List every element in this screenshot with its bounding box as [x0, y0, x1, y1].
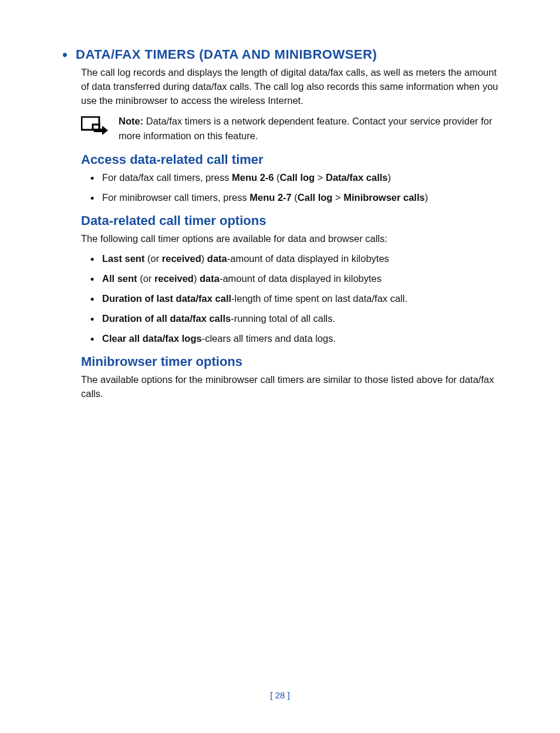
options-intro: The following call timer options are ava… [81, 232, 502, 246]
note-body: Data/fax timers is a network dependent f… [119, 116, 492, 141]
minibrowser-text: The available options for the minibrowse… [81, 373, 502, 401]
list-item: For minibrowser call timers, press Menu … [90, 191, 502, 205]
text: > [332, 192, 343, 203]
text: For data/fax call timers, press [102, 172, 232, 183]
options-list: Last sent (or received) data-amount of d… [90, 252, 502, 346]
menu-path: Minibrowser calls [343, 192, 424, 203]
access-list: For data/fax call timers, press Menu 2-6… [90, 171, 502, 205]
heading-bullet-icon: • [62, 47, 68, 62]
list-item: For data/fax call timers, press Menu 2-6… [90, 171, 502, 185]
term: data [200, 273, 220, 284]
menu-path: Call log [298, 192, 333, 203]
note-block: Note: Data/fax timers is a network depen… [81, 114, 502, 143]
text: ) [194, 273, 200, 284]
section-heading-access: Access data-related call timer [81, 152, 502, 167]
section-heading-minibrowser: Minibrowser timer options [81, 354, 502, 369]
text: -amount of data displayed in kilobytes [227, 253, 389, 264]
term: Last sent [102, 253, 144, 264]
section-heading-options: Data-related call timer options [81, 213, 502, 228]
term: received [162, 253, 201, 264]
text: (or [137, 273, 154, 284]
note-arrow-icon [81, 116, 108, 140]
menu-path: Call log [280, 172, 315, 183]
list-item: Clear all data/fax logs-clears all timer… [90, 332, 502, 346]
page-number: [ 28 ] [0, 690, 560, 700]
menu-ref: Menu 2-7 [249, 192, 292, 203]
text: -clears all timers and data logs. [202, 333, 336, 344]
text: -length of time spent on last data/fax c… [231, 293, 407, 304]
note-label: Note: [119, 116, 143, 126]
menu-ref: Menu 2-6 [232, 172, 274, 183]
heading-row: • DATA/FAX TIMERS (DATA AND MINIBROWSER) [62, 47, 502, 62]
page-heading: DATA/FAX TIMERS (DATA AND MINIBROWSER) [76, 47, 377, 62]
text: ) [425, 192, 429, 203]
menu-path: Data/fax calls [326, 172, 387, 183]
text: For minibrowser call timers, press [102, 192, 249, 203]
list-item: Duration of last data/fax call-length of… [90, 292, 502, 306]
term: All sent [102, 273, 137, 284]
term: Duration of all data/fax calls [102, 313, 231, 324]
page: • DATA/FAX TIMERS (DATA AND MINIBROWSER)… [0, 0, 560, 733]
term: received [154, 273, 194, 284]
term: data [207, 253, 227, 264]
intro-paragraph: The call log records and displays the le… [81, 66, 502, 108]
text: -amount of data displayed in kilobytes [220, 273, 382, 284]
text: > [315, 172, 326, 183]
list-item: Last sent (or received) data-amount of d… [90, 252, 502, 266]
text: ) [388, 172, 392, 183]
text: (or [144, 253, 161, 264]
list-item: Duration of all data/fax calls-running t… [90, 312, 502, 326]
term: Duration of last data/fax call [102, 293, 231, 304]
note-text: Note: Data/fax timers is a network depen… [119, 114, 502, 143]
list-item: All sent (or received) data-amount of da… [90, 272, 502, 286]
term: Clear all data/fax logs [102, 333, 202, 344]
text: ( [292, 192, 298, 203]
text: ) [201, 253, 207, 264]
text: -running total of all calls. [231, 313, 335, 324]
text: ( [274, 172, 280, 183]
